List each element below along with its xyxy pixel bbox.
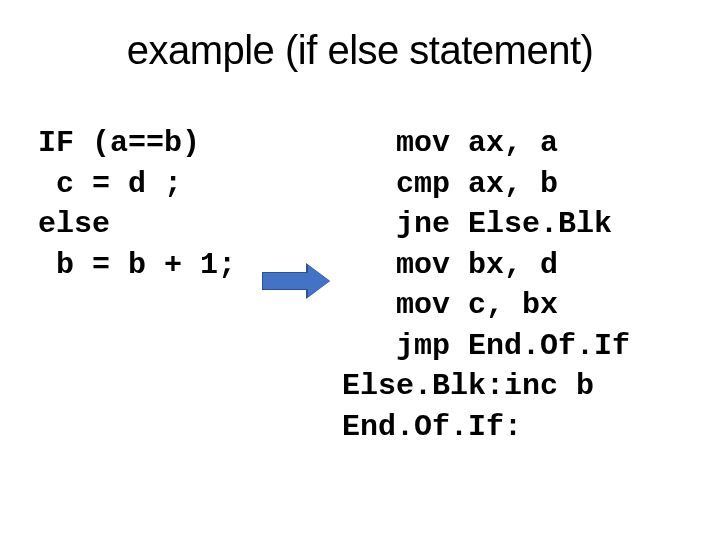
assembly-code-block: mov ax, a cmp ax, b jne Else.Blk mov bx,… [342, 123, 630, 447]
arrow-icon [262, 265, 330, 297]
slide-title: example (if else statement) [0, 28, 720, 73]
source-code-block: IF (a==b) c = d ; else b = b + 1; [38, 123, 236, 285]
